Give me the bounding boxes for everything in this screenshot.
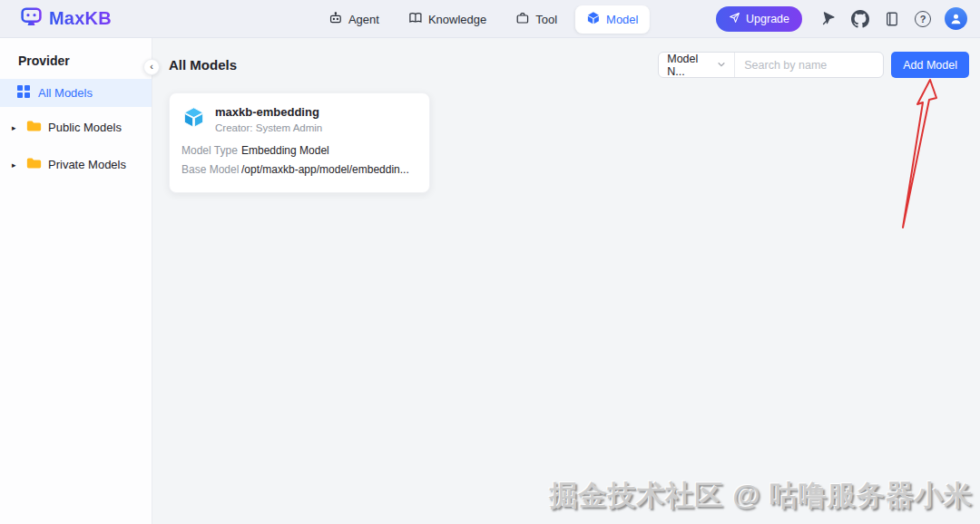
provider-sidebar: Provider All Models ▸ Public Models — [0, 38, 152, 524]
main-content: All Models Model N... Add Model — [152, 38, 980, 524]
sidebar-item-private-models[interactable]: ▸ Private Models — [0, 148, 152, 181]
tab-model-label: Model — [606, 13, 638, 26]
main-nav-tabs: Agent Knowledge Tool — [318, 0, 650, 38]
tab-tool-label: Tool — [535, 13, 557, 26]
chevron-down-icon — [717, 59, 726, 72]
top-navbar: MaxKB Agent Knowledge — [0, 0, 980, 38]
tab-knowledge-label: Knowledge — [428, 13, 486, 26]
agent-robot-icon — [328, 11, 343, 28]
tab-agent[interactable]: Agent — [318, 5, 390, 34]
help-glyph: ? — [920, 14, 926, 24]
model-name: maxkb-embedding — [215, 105, 322, 119]
card-header: maxkb-embedding Creator: System Admin — [181, 105, 417, 133]
knowledge-book-icon — [408, 11, 423, 28]
toolbar: Model N... Add Model — [658, 52, 969, 78]
model-filter-select[interactable]: Model N... — [659, 53, 735, 77]
github-icon[interactable] — [851, 10, 869, 28]
filter-select-value: Model N... — [667, 53, 717, 78]
field-value: /opt/maxkb-app/model/embeddin... — [241, 163, 409, 176]
tab-agent-label: Agent — [348, 13, 379, 26]
caret-right-icon[interactable]: ▸ — [12, 160, 20, 170]
user-avatar[interactable] — [945, 7, 967, 30]
field-value: Embedding Model — [241, 144, 329, 157]
field-model-type: Model Type Embedding Model — [181, 144, 417, 157]
field-label: Base Model — [181, 163, 241, 176]
sidebar-item-public-models[interactable]: ▸ Public Models — [0, 111, 152, 144]
field-base-model: Base Model /opt/maxkb-app/model/embeddin… — [181, 163, 417, 176]
tool-briefcase-icon — [515, 11, 530, 28]
sidebar-collapse-button[interactable]: ‹ — [143, 59, 160, 75]
sidebar-item-label: Private Models — [48, 158, 126, 171]
model-cube-icon — [586, 11, 601, 28]
sidebar-item-label: Public Models — [48, 121, 122, 134]
robot-logo-icon — [20, 5, 43, 32]
maxkb-logo[interactable]: MaxKB — [20, 5, 112, 32]
help-icon[interactable]: ? — [915, 11, 931, 27]
sidebar-title: Provider — [0, 38, 152, 79]
card-fields: Model Type Embedding Model Base Model /o… — [181, 144, 417, 176]
model-card-maxkb-embedding[interactable]: maxkb-embedding Creator: System Admin Mo… — [169, 92, 430, 193]
model-creator: Creator: System Admin — [215, 122, 322, 133]
folder-icon — [26, 120, 42, 135]
chevron-left-icon: ‹ — [150, 62, 153, 72]
tab-knowledge[interactable]: Knowledge — [397, 5, 497, 34]
add-model-button[interactable]: Add Model — [891, 52, 969, 78]
search-combo: Model N... — [658, 52, 884, 78]
main-header: All Models Model N... Add Model — [169, 52, 969, 78]
field-label: Model Type — [181, 144, 241, 157]
upgrade-button[interactable]: Upgrade — [716, 6, 802, 32]
logo-text: MaxKB — [49, 8, 112, 29]
grid-icon — [17, 85, 30, 101]
caret-right-icon[interactable]: ▸ — [12, 123, 20, 132]
folder-icon — [26, 157, 42, 172]
upgrade-label: Upgrade — [746, 13, 789, 25]
sidebar-item-label: All Models — [38, 86, 93, 100]
tab-model[interactable]: Model — [575, 5, 649, 34]
cube-3d-icon — [181, 105, 206, 133]
page-title: All Models — [169, 57, 237, 73]
search-input[interactable] — [735, 53, 884, 77]
navbar-right-group: Upgrade ? — [716, 6, 967, 32]
rocket-icon — [729, 12, 740, 26]
card-title-group: maxkb-embedding Creator: System Admin — [215, 105, 322, 133]
sidebar-item-all-models[interactable]: All Models — [0, 79, 152, 107]
tab-tool[interactable]: Tool — [505, 5, 568, 34]
cursor-pointer-icon[interactable] — [819, 10, 838, 28]
docs-book-icon[interactable] — [883, 10, 901, 28]
